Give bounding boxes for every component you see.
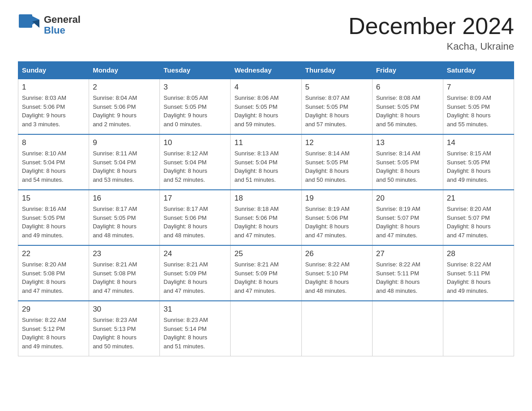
day-header-tuesday: Tuesday (160, 62, 231, 79)
calendar-week-row: 29 Sunrise: 8:22 AMSunset: 5:12 PMDaylig… (18, 301, 514, 356)
day-number: 2 (93, 83, 156, 92)
day-info: Sunrise: 8:14 AMSunset: 5:05 PMDaylight:… (305, 150, 350, 183)
day-number: 19 (305, 194, 369, 203)
logo: General Blue (18, 13, 81, 37)
calendar-week-row: 22 Sunrise: 8:20 AMSunset: 5:08 PMDaylig… (18, 245, 514, 301)
day-number: 26 (305, 249, 369, 258)
day-info: Sunrise: 8:22 AMSunset: 5:11 PMDaylight:… (376, 261, 420, 294)
calendar-cell: 23 Sunrise: 8:21 AMSunset: 5:08 PMDaylig… (89, 245, 160, 301)
day-number: 5 (305, 83, 369, 92)
calendar-cell: 5 Sunrise: 8:07 AMSunset: 5:05 PMDayligh… (301, 79, 372, 134)
calendar-week-row: 1 Sunrise: 8:03 AMSunset: 5:06 PMDayligh… (18, 79, 514, 134)
day-number: 10 (163, 138, 227, 147)
day-header-thursday: Thursday (301, 62, 372, 79)
day-info: Sunrise: 8:09 AMSunset: 5:05 PMDaylight:… (447, 94, 491, 128)
calendar-cell: 13 Sunrise: 8:14 AMSunset: 5:05 PMDaylig… (372, 134, 443, 190)
day-info: Sunrise: 8:16 AMSunset: 5:05 PMDaylight:… (22, 206, 66, 239)
day-info: Sunrise: 8:08 AMSunset: 5:05 PMDaylight:… (376, 94, 420, 128)
calendar-cell: 7 Sunrise: 8:09 AMSunset: 5:05 PMDayligh… (443, 79, 514, 134)
day-info: Sunrise: 8:05 AMSunset: 5:05 PMDaylight:… (163, 94, 208, 128)
day-info: Sunrise: 8:15 AMSunset: 5:05 PMDaylight:… (447, 150, 491, 183)
day-info: Sunrise: 8:11 AMSunset: 5:04 PMDaylight:… (93, 150, 137, 183)
day-info: Sunrise: 8:23 AMSunset: 5:13 PMDaylight:… (93, 317, 137, 350)
day-header-sunday: Sunday (18, 62, 89, 79)
calendar-cell: 28 Sunrise: 8:22 AMSunset: 5:11 PMDaylig… (443, 245, 514, 301)
calendar-cell: 2 Sunrise: 8:04 AMSunset: 5:06 PMDayligh… (89, 79, 160, 134)
calendar-cell: 29 Sunrise: 8:22 AMSunset: 5:12 PMDaylig… (18, 301, 89, 356)
calendar-cell: 20 Sunrise: 8:19 AMSunset: 5:07 PMDaylig… (372, 190, 443, 245)
day-number: 17 (163, 194, 227, 203)
calendar-cell: 25 Sunrise: 8:21 AMSunset: 5:09 PMDaylig… (231, 245, 301, 301)
calendar-cell: 8 Sunrise: 8:10 AMSunset: 5:04 PMDayligh… (18, 134, 89, 190)
day-number: 30 (93, 305, 156, 314)
logo-general-text: General (44, 14, 81, 25)
day-info: Sunrise: 8:20 AMSunset: 5:08 PMDaylight:… (22, 261, 66, 294)
day-number: 20 (376, 194, 439, 203)
calendar-cell (231, 301, 301, 356)
day-number: 3 (163, 83, 227, 92)
day-number: 9 (93, 138, 156, 147)
calendar-cell: 16 Sunrise: 8:17 AMSunset: 5:05 PMDaylig… (89, 190, 160, 245)
day-info: Sunrise: 8:13 AMSunset: 5:04 PMDaylight:… (234, 150, 279, 183)
logo-icon (18, 13, 41, 37)
page-header: General Blue December 2024 Kacha, Ukrain… (18, 13, 514, 52)
day-info: Sunrise: 8:22 AMSunset: 5:12 PMDaylight:… (22, 317, 66, 350)
day-info: Sunrise: 8:12 AMSunset: 5:04 PMDaylight:… (163, 150, 208, 183)
day-number: 23 (93, 249, 156, 258)
calendar-header-row: SundayMondayTuesdayWednesdayThursdayFrid… (18, 62, 514, 79)
day-number: 6 (376, 83, 439, 92)
day-number: 24 (163, 249, 227, 258)
day-info: Sunrise: 8:14 AMSunset: 5:05 PMDaylight:… (376, 150, 420, 183)
calendar-cell: 14 Sunrise: 8:15 AMSunset: 5:05 PMDaylig… (443, 134, 514, 190)
calendar-cell: 15 Sunrise: 8:16 AMSunset: 5:05 PMDaylig… (18, 190, 89, 245)
day-info: Sunrise: 8:21 AMSunset: 5:08 PMDaylight:… (93, 261, 137, 294)
day-number: 22 (22, 249, 85, 258)
day-number: 7 (447, 83, 510, 92)
day-info: Sunrise: 8:04 AMSunset: 5:06 PMDaylight:… (93, 94, 137, 128)
day-number: 28 (447, 249, 510, 258)
day-info: Sunrise: 8:21 AMSunset: 5:09 PMDaylight:… (234, 261, 279, 294)
day-number: 8 (22, 138, 85, 147)
calendar-cell: 6 Sunrise: 8:08 AMSunset: 5:05 PMDayligh… (372, 79, 443, 134)
day-info: Sunrise: 8:18 AMSunset: 5:06 PMDaylight:… (234, 206, 279, 239)
page-title: December 2024 (348, 13, 514, 39)
calendar-cell: 3 Sunrise: 8:05 AMSunset: 5:05 PMDayligh… (160, 79, 231, 134)
calendar-cell: 27 Sunrise: 8:22 AMSunset: 5:11 PMDaylig… (372, 245, 443, 301)
day-number: 16 (93, 194, 156, 203)
day-number: 21 (447, 194, 510, 203)
day-number: 25 (234, 249, 297, 258)
calendar-table: SundayMondayTuesdayWednesdayThursdayFrid… (18, 61, 514, 356)
day-number: 12 (305, 138, 369, 147)
page-subtitle: Kacha, Ukraine (348, 41, 514, 52)
calendar-cell: 4 Sunrise: 8:06 AMSunset: 5:05 PMDayligh… (231, 79, 301, 134)
calendar-cell: 18 Sunrise: 8:18 AMSunset: 5:06 PMDaylig… (231, 190, 301, 245)
day-info: Sunrise: 8:23 AMSunset: 5:14 PMDaylight:… (163, 317, 208, 350)
day-info: Sunrise: 8:20 AMSunset: 5:07 PMDaylight:… (447, 206, 491, 239)
day-info: Sunrise: 8:10 AMSunset: 5:04 PMDaylight:… (22, 150, 66, 183)
day-number: 14 (447, 138, 510, 147)
calendar-cell: 1 Sunrise: 8:03 AMSunset: 5:06 PMDayligh… (18, 79, 89, 134)
title-block: December 2024 Kacha, Ukraine (348, 13, 514, 52)
calendar-cell: 11 Sunrise: 8:13 AMSunset: 5:04 PMDaylig… (231, 134, 301, 190)
calendar-cell: 21 Sunrise: 8:20 AMSunset: 5:07 PMDaylig… (443, 190, 514, 245)
day-info: Sunrise: 8:06 AMSunset: 5:05 PMDaylight:… (234, 94, 279, 128)
day-header-wednesday: Wednesday (231, 62, 301, 79)
calendar-cell: 17 Sunrise: 8:17 AMSunset: 5:06 PMDaylig… (160, 190, 231, 245)
day-info: Sunrise: 8:21 AMSunset: 5:09 PMDaylight:… (163, 261, 208, 294)
day-header-monday: Monday (89, 62, 160, 79)
calendar-cell: 22 Sunrise: 8:20 AMSunset: 5:08 PMDaylig… (18, 245, 89, 301)
day-number: 1 (22, 83, 85, 92)
day-number: 27 (376, 249, 439, 258)
day-number: 18 (234, 194, 297, 203)
day-info: Sunrise: 8:19 AMSunset: 5:07 PMDaylight:… (376, 206, 420, 239)
day-info: Sunrise: 8:19 AMSunset: 5:06 PMDaylight:… (305, 206, 350, 239)
day-info: Sunrise: 8:22 AMSunset: 5:10 PMDaylight:… (305, 261, 350, 294)
calendar-cell: 9 Sunrise: 8:11 AMSunset: 5:04 PMDayligh… (89, 134, 160, 190)
day-number: 15 (22, 194, 85, 203)
calendar-week-row: 15 Sunrise: 8:16 AMSunset: 5:05 PMDaylig… (18, 190, 514, 245)
day-info: Sunrise: 8:22 AMSunset: 5:11 PMDaylight:… (447, 261, 491, 294)
day-info: Sunrise: 8:17 AMSunset: 5:05 PMDaylight:… (93, 206, 137, 239)
day-number: 13 (376, 138, 439, 147)
day-info: Sunrise: 8:17 AMSunset: 5:06 PMDaylight:… (163, 206, 208, 239)
logo-blue-text: Blue (44, 25, 65, 36)
